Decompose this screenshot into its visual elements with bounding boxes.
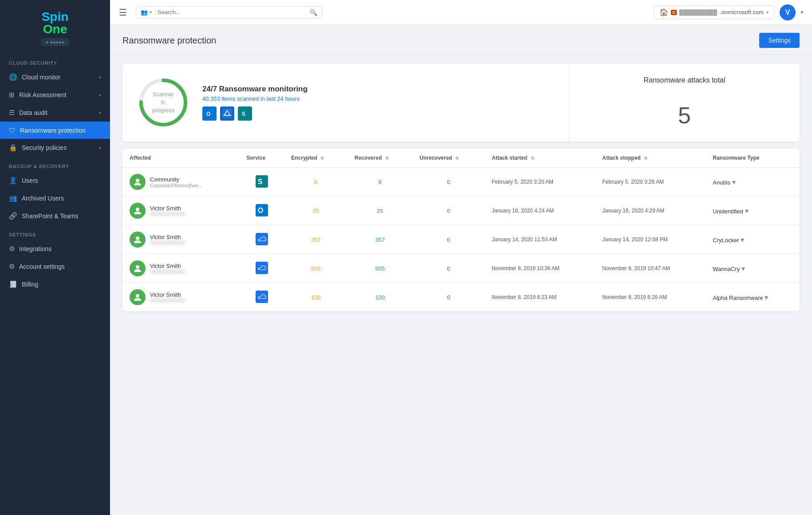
sort-icon[interactable]: ⇅ — [455, 156, 459, 161]
encrypted-cell-4: 100 — [284, 283, 347, 312]
svg-rect-14 — [256, 233, 268, 245]
service-icon-4 — [256, 298, 268, 304]
avatar-chevron-icon[interactable]: ▾ — [801, 10, 803, 15]
drive-icon — [220, 106, 234, 121]
outlook-icon: O — [202, 106, 217, 121]
expand-row-btn-2[interactable]: ▾ — [741, 236, 744, 244]
user-avatar-3 — [130, 260, 146, 276]
service-cell-0: S — [240, 168, 284, 197]
recovered-cell-0: 8 — [347, 168, 412, 197]
sidebar-item-integrations[interactable]: ⚙ Integrations — [0, 240, 110, 258]
data-audit-chevron-icon: ▾ — [99, 110, 101, 115]
attack-stopped-cell-3: November 8, 2019 10:47 AM — [595, 254, 706, 283]
logo-one: One — [9, 23, 101, 35]
main-content: ☰ 👥 ▾ 🔍 🏠 O ██████████ .onmicrosoft.com … — [110, 0, 812, 515]
svg-point-10 — [136, 208, 139, 211]
domain-chevron: ▾ — [766, 10, 769, 15]
cloud-monitor-label: Cloud monitor — [22, 74, 99, 81]
logo-spin: Spin — [9, 11, 101, 23]
table-row: Victor Smith O 25 25 0 January 16, 2020 … — [122, 197, 800, 225]
svg-point-15 — [136, 265, 139, 269]
attacks-table: AffectedServiceEncrypted ⇅Recovered ⇅Unr… — [122, 149, 800, 311]
users-label: Users — [22, 177, 101, 184]
topbar: ☰ 👥 ▾ 🔍 🏠 O ██████████ .onmicrosoft.com … — [110, 0, 812, 25]
sidebar-item-archived-users[interactable]: 👥 Archived Users — [0, 189, 110, 207]
table-row: Victor Smith 100 100 0 November 8, 2019 … — [122, 283, 800, 312]
unrecovered-cell-1: 0 — [413, 197, 485, 225]
user-name-3: Victor Smith — [150, 263, 185, 269]
data-audit-label: Data audit — [19, 109, 99, 116]
col-recovered: Recovered ⇅ — [347, 149, 412, 168]
settings-button[interactable]: Settings — [759, 33, 800, 48]
sidebar-item-cloud-monitor[interactable]: 🌐 Cloud monitor ▾ — [0, 68, 110, 86]
expand-row-btn-0[interactable]: ▾ — [732, 178, 736, 186]
sidebar-item-billing[interactable]: 🧾 Billing — [0, 275, 110, 293]
attacks-label: Ransomware attacks total — [643, 76, 725, 84]
col-service: Service — [240, 149, 284, 168]
sidebar-item-account-settings[interactable]: ⚙ Account settings — [0, 258, 110, 275]
sidebar-item-ransomware-protection[interactable]: 🛡 Ransomware protection — [0, 122, 110, 139]
table-row: Victor Smith 357 357 0 January 14, 2020 … — [122, 225, 800, 254]
svg-text:O: O — [258, 207, 263, 214]
service-icon-2 — [256, 240, 268, 247]
sort-icon[interactable]: ⇅ — [531, 156, 534, 161]
o365-badge: O — [671, 10, 677, 15]
sidebar-item-security-policies[interactable]: 🔒 Security policies ▾ — [0, 139, 110, 157]
sidebar-item-users[interactable]: 👤 Users — [0, 172, 110, 189]
sort-icon[interactable]: ⇅ — [320, 156, 324, 161]
expand-row-btn-1[interactable]: ▾ — [745, 207, 749, 215]
search-input[interactable] — [158, 9, 310, 16]
risk-assessment-chevron-icon: ▾ — [99, 93, 101, 98]
sidebar-settings-items: ⚙ Integrations ⚙ Account settings 🧾 Bill… — [0, 240, 110, 293]
service-cell-3 — [240, 254, 284, 283]
service-icon-3 — [256, 269, 268, 275]
svg-rect-18 — [256, 291, 268, 303]
risk-assessment-label: Risk Assessment — [19, 91, 99, 98]
table-row: Community CorporatePhotos@we... S 8 8 0 … — [122, 168, 800, 197]
user-cell-4: Victor Smith — [122, 283, 240, 312]
domain-suffix: .onmicrosoft.com — [720, 9, 764, 16]
security-policies-icon: 🔒 — [9, 144, 17, 152]
col-attack-stopped: Attack stopped ⇅ — [595, 149, 706, 168]
hamburger-icon[interactable]: ☰ — [119, 7, 127, 18]
service-icons: O S — [202, 106, 307, 121]
monitoring-title: 24/7 Ransomware monitoring — [202, 85, 307, 94]
svg-point-7 — [136, 179, 139, 182]
table-row: Victor Smith 505 505 0 November 8, 2019 … — [122, 254, 800, 283]
attack-started-cell-2: January 14, 2020 11:53 AM — [485, 225, 595, 254]
attack-stopped-cell-2: January 14, 2020 12:08 PM — [595, 225, 706, 254]
logo: Spin One ● ●●●●● — [0, 0, 110, 53]
sidebar-item-sharepoint-teams[interactable]: 🔗 SharePoint & Teams — [0, 207, 110, 225]
page-content: Ransomware protection Settings Scanner i… — [110, 25, 812, 515]
monitoring-info: 24/7 Ransomware monitoring 40,353 items … — [202, 85, 307, 121]
user-type-icon: 👥 — [141, 9, 148, 16]
attack-started-cell-3: November 8, 2019 10:36 AM — [485, 254, 595, 283]
data-audit-icon: ☰ — [9, 109, 15, 117]
unrecovered-cell-4: 0 — [413, 283, 485, 312]
svg-point-17 — [136, 294, 139, 298]
attack-stopped-cell-4: November 8, 2019 6:26 AM — [595, 283, 706, 312]
sidebar-item-risk-assessment[interactable]: ⊞ Risk Assessment ▾ — [0, 86, 110, 104]
archived-users-label: Archived Users — [22, 195, 101, 202]
sort-icon[interactable]: ⇅ — [385, 156, 389, 161]
sort-icon[interactable]: ⇅ — [644, 156, 647, 161]
expand-row-btn-4[interactable]: ▾ — [765, 293, 768, 302]
sharepoint-teams-icon: 🔗 — [9, 212, 17, 220]
ransomware-type-cell-4: Alpha Ransomware ▾ — [706, 283, 800, 312]
sidebar: Spin One ● ●●●●● CLOUD SECURITY 🌐 Cloud … — [0, 0, 110, 515]
service-icon-1: O — [256, 211, 268, 218]
svg-point-13 — [136, 236, 139, 240]
scanner-circle: Scanner inprogress — [137, 76, 190, 129]
domain-blurred: ██████████ — [679, 9, 717, 16]
sidebar-item-data-audit[interactable]: ☰ Data audit ▾ — [0, 104, 110, 122]
col-affected: Affected — [122, 149, 240, 168]
domain-selector[interactable]: 🏠 O ██████████ .onmicrosoft.com ▾ — [654, 5, 774, 19]
user-email-2 — [150, 240, 185, 246]
col-attack-started: Attack started ⇅ — [485, 149, 595, 168]
avatar[interactable]: V — [780, 4, 796, 20]
user-avatar-1 — [130, 203, 146, 219]
user-avatar-0 — [130, 174, 146, 190]
cloud-security-section-label: CLOUD SECURITY — [0, 53, 110, 68]
expand-row-btn-3[interactable]: ▾ — [741, 264, 745, 273]
user-type-select[interactable]: 👥 ▾ — [141, 9, 156, 16]
